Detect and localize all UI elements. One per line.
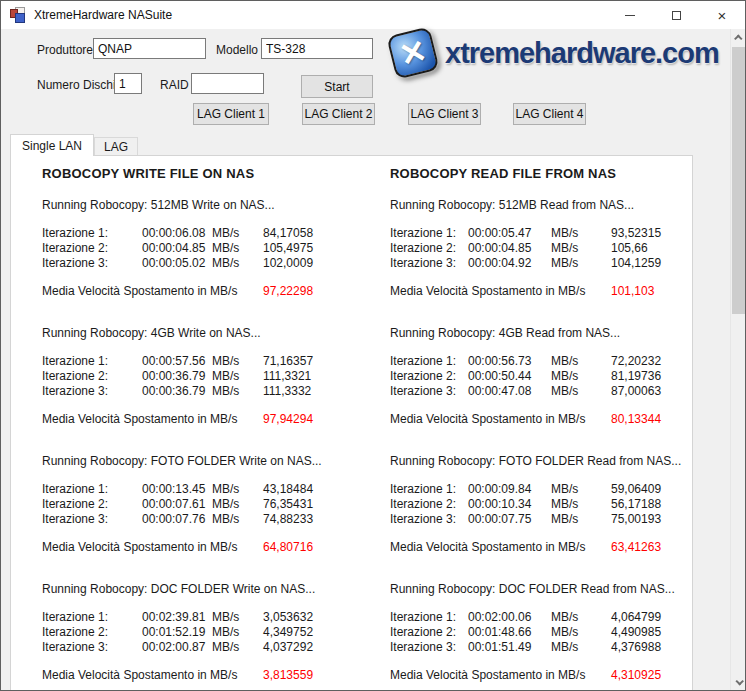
iteration-value: 4,037292: [263, 640, 372, 655]
iteration-row: Iterazione 3: 00:00:47.08 MB/s 87,00063: [390, 384, 690, 399]
scroll-up-button[interactable]: [731, 29, 746, 46]
iteration-row: Iterazione 1: 00:00:05.47 MB/s 93,52315: [390, 226, 690, 241]
media-label: Media Velocità Spostamento in MB/s: [42, 284, 263, 299]
iteration-value: 4,064799: [611, 610, 690, 625]
iteration-value: 105,66: [611, 241, 690, 256]
media-value: 97,94294: [263, 412, 372, 427]
numero-dischi-input[interactable]: [114, 73, 142, 94]
maximize-button[interactable]: [653, 1, 699, 29]
iteration-value: 43,18484: [263, 482, 372, 497]
lag-client-4-button[interactable]: LAG Client 4: [513, 103, 586, 125]
media-value: 3,813559: [263, 668, 372, 683]
column-title: ROBOCOPY READ FILE FROM NAS: [390, 166, 690, 181]
iteration-time: 00:00:36.79: [142, 369, 212, 384]
iteration-time: 00:00:50.44: [468, 369, 551, 384]
media-label: Media Velocità Spostamento in MB/s: [390, 668, 611, 683]
iteration-row: Iterazione 2: 00:00:04.85 MB/s 105,4975: [42, 241, 372, 256]
iteration-time: 00:00:57.56: [142, 354, 212, 369]
iteration-row: Iterazione 1: 00:00:56.73 MB/s 72,20232: [390, 354, 690, 369]
test-status: Running Robocopy: 4GB Read from NAS...: [390, 326, 690, 341]
logo-text: xtremehardware.com: [445, 37, 719, 70]
iteration-label: Iterazione 3:: [390, 512, 468, 527]
iteration-value: 3,053632: [263, 610, 372, 625]
iteration-unit: MB/s: [212, 369, 263, 384]
iteration-row: Iterazione 3: 00:00:07.75 MB/s 75,00193: [390, 512, 690, 527]
iteration-row: Iterazione 2: 00:00:10.34 MB/s 56,17188: [390, 497, 690, 512]
window-title: XtremeHardware NASuite: [34, 8, 172, 22]
numero-dischi-label: Numero Dischi: [37, 78, 116, 92]
iteration-label: Iterazione 3:: [390, 384, 468, 399]
iteration-time: 00:00:07.76: [142, 512, 212, 527]
minimize-button[interactable]: [607, 1, 653, 29]
minimize-icon: [625, 15, 635, 16]
iteration-row: Iterazione 3: 00:00:04.92 MB/s 104,1259: [390, 256, 690, 271]
media-row: Media Velocità Spostamento in MB/s 97,94…: [42, 412, 372, 427]
iteration-time: 00:00:06.08: [142, 226, 212, 241]
iteration-label: Iterazione 2:: [390, 625, 468, 640]
media-value: 80,13344: [611, 412, 690, 427]
iteration-unit: MB/s: [551, 241, 611, 256]
iteration-row: Iterazione 3: 00:00:36.79 MB/s 111,3332: [42, 384, 372, 399]
iteration-value: 4,490985: [611, 625, 690, 640]
iteration-unit: MB/s: [212, 226, 263, 241]
iteration-time: 00:00:13.45: [142, 482, 212, 497]
scroll-down-button[interactable]: [731, 673, 746, 690]
test-block: Running Robocopy: 4GB Write on NAS... It…: [42, 326, 372, 427]
iteration-row: Iterazione 1: 00:00:06.08 MB/s 84,17058: [42, 226, 372, 241]
iteration-time: 00:00:04.92: [468, 256, 551, 271]
scrollbar-thumb[interactable]: [732, 47, 745, 314]
iteration-value: 104,1259: [611, 256, 690, 271]
iteration-row: Iterazione 2: 00:01:48.66 MB/s 4,490985: [390, 625, 690, 640]
iteration-label: Iterazione 3:: [42, 640, 142, 655]
iteration-value: 111,3332: [263, 384, 372, 399]
test-status: Running Robocopy: FOTO FOLDER Read from …: [390, 454, 690, 469]
lag-client-1-button[interactable]: LAG Client 1: [193, 103, 269, 125]
iteration-time: 00:00:36.79: [142, 384, 212, 399]
modello-input[interactable]: [261, 38, 373, 59]
iteration-label: Iterazione 3:: [390, 256, 468, 271]
tab-single-lan[interactable]: Single LAN: [10, 134, 94, 156]
lag-client-2-button[interactable]: LAG Client 2: [302, 103, 375, 125]
iteration-value: 102,0009: [263, 256, 372, 271]
iteration-value: 84,17058: [263, 226, 372, 241]
media-row: Media Velocità Spostamento in MB/s 64,80…: [42, 540, 372, 555]
media-row: Media Velocità Spostamento in MB/s 80,13…: [390, 412, 690, 427]
media-row: Media Velocità Spostamento in MB/s 97,22…: [42, 284, 372, 299]
iteration-label: Iterazione 3:: [390, 640, 468, 655]
tab-lag[interactable]: LAG: [94, 137, 138, 155]
app-window: XtremeHardware NASuite × Produttore Mode…: [0, 0, 746, 691]
iteration-row: Iterazione 1: 00:00:57.56 MB/s 71,16357: [42, 354, 372, 369]
iteration-row: Iterazione 3: 00:01:51.49 MB/s 4,376988: [390, 640, 690, 655]
iteration-label: Iterazione 2:: [42, 369, 142, 384]
iteration-value: 105,4975: [263, 241, 372, 256]
produttore-input[interactable]: [93, 38, 206, 59]
iteration-unit: MB/s: [212, 640, 263, 655]
iteration-time: 00:02:39.81: [142, 610, 212, 625]
test-status: Running Robocopy: DOC FOLDER Write on NA…: [42, 582, 372, 597]
iteration-time: 00:00:47.08: [468, 384, 551, 399]
result-column: ROBOCOPY WRITE FILE ON NAS Running Roboc…: [42, 156, 372, 691]
result-column: ROBOCOPY READ FILE FROM NAS Running Robo…: [390, 156, 690, 691]
test-status: Running Robocopy: 512MB Write on NAS...: [42, 198, 372, 213]
lag-client-3-button[interactable]: LAG Client 3: [408, 103, 481, 125]
iteration-label: Iterazione 2:: [42, 497, 142, 512]
site-logo: ✕ xtremehardware.com: [387, 29, 707, 81]
test-block: Running Robocopy: 4GB Read from NAS... I…: [390, 326, 690, 427]
iteration-unit: MB/s: [212, 256, 263, 271]
x-badge-icon: ✕: [386, 26, 439, 79]
iteration-unit: MB/s: [212, 241, 263, 256]
iteration-label: Iterazione 3:: [42, 384, 142, 399]
start-button[interactable]: Start: [301, 75, 373, 98]
iteration-row: Iterazione 3: 00:02:00.87 MB/s 4,037292: [42, 640, 372, 655]
iteration-time: 00:02:00.06: [468, 610, 551, 625]
media-label: Media Velocità Spostamento in MB/s: [42, 540, 263, 555]
media-value: 4,310925: [611, 668, 690, 683]
vertical-scrollbar[interactable]: [730, 29, 745, 690]
media-value: 101,103: [611, 284, 690, 299]
raid-input[interactable]: [191, 73, 264, 94]
iteration-value: 72,20232: [611, 354, 690, 369]
iteration-row: Iterazione 1: 00:02:00.06 MB/s 4,064799: [390, 610, 690, 625]
media-value: 64,80716: [263, 540, 372, 555]
iteration-value: 75,00193: [611, 512, 690, 527]
close-button[interactable]: ×: [699, 1, 745, 29]
